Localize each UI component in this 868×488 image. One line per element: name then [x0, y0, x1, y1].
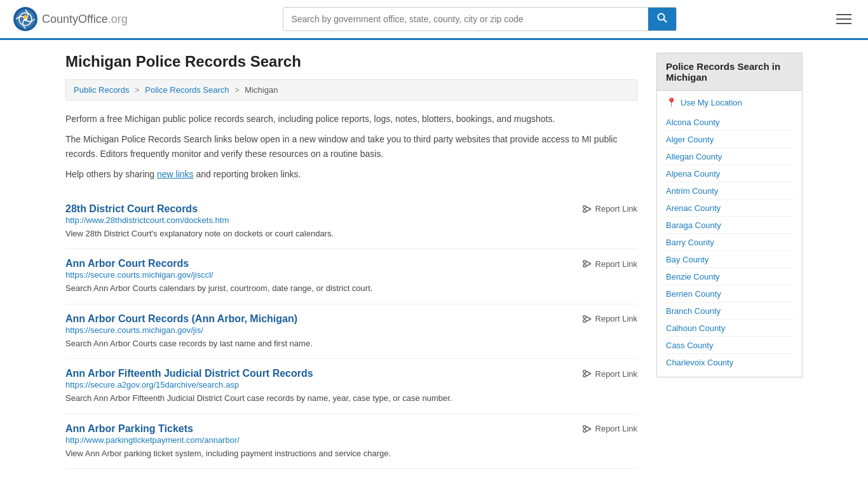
record-title[interactable]: Ann Arbor Fifteenth Judicial District Co… [65, 368, 313, 379]
logo-text: CountyOffice.org [42, 13, 128, 26]
svg-line-13 [586, 264, 591, 266]
svg-line-21 [586, 374, 591, 376]
sidebar-item-county[interactable]: Barry County [666, 238, 714, 247]
record-url[interactable]: https://secure.courts.michigan.gov/jis/ [65, 325, 203, 335]
sidebar-item-county[interactable]: Antrim County [666, 186, 718, 196]
scissors-icon [582, 204, 592, 214]
sidebar-item-county[interactable]: Berrien County [666, 289, 721, 299]
sidebar-item-county[interactable]: Branch County [666, 306, 721, 316]
report-link-button[interactable]: Report Link [582, 259, 637, 269]
svg-point-11 [583, 264, 585, 267]
record-item: Ann Arbor Court Records (Ann Arbor, Mich… [65, 304, 637, 360]
breadcrumb-sep-2: > [234, 85, 240, 95]
sidebar-item-county[interactable]: Baraga County [666, 220, 721, 230]
search-button[interactable] [648, 8, 676, 30]
svg-line-9 [586, 209, 591, 212]
breadcrumb: Public Records > Police Records Search >… [65, 79, 637, 100]
record-description: Search Ann Arbor Courts case records by … [65, 337, 637, 350]
record-url[interactable]: https://secure.courts.michigan.gov/jiscc… [65, 270, 214, 280]
breadcrumb-sep-1: > [135, 85, 140, 95]
record-item: Ann Arbor Court Records Report Link http… [65, 249, 637, 304]
record-title[interactable]: 28th District Court Records [65, 203, 198, 215]
page-title: Michigan Police Records Search [65, 53, 637, 71]
search-box [283, 7, 677, 31]
description-1: Perform a free Michigan public police re… [65, 112, 637, 126]
svg-point-4 [658, 14, 665, 20]
scissors-icon [582, 314, 592, 324]
svg-line-25 [586, 429, 591, 431]
svg-point-22 [583, 425, 585, 428]
scissors-icon [582, 424, 592, 434]
breadcrumb-police-records[interactable]: Police Records Search [145, 85, 229, 95]
report-link-button[interactable]: Report Link [582, 204, 637, 214]
record-item: Ann Arbor Parking Tickets Report Link ht… [65, 414, 637, 470]
svg-point-7 [583, 209, 585, 212]
record-title[interactable]: Ann Arbor Court Records [65, 258, 189, 269]
new-links-link[interactable]: new links [157, 169, 194, 179]
sidebar: Police Records Search in Michigan 📍 Use … [656, 53, 803, 469]
svg-point-19 [583, 374, 585, 377]
search-input[interactable] [283, 8, 648, 30]
svg-point-18 [583, 370, 585, 373]
sidebar-item-county[interactable]: Alger County [666, 135, 714, 144]
hamburger-line-3 [836, 23, 851, 24]
record-item: Ann Arbor Fifteenth Judicial District Co… [65, 359, 637, 414]
sidebar-item-county[interactable]: Cass County [666, 341, 713, 350]
search-icon [657, 13, 667, 23]
record-description: View Ann Arbor parking ticket system, in… [65, 447, 637, 460]
description-3: Help others by sharing new links and rep… [65, 167, 637, 181]
record-description: Search Ann Arbor Fifteenth Judicial Dist… [65, 392, 637, 405]
sidebar-item-county[interactable]: Alpena County [666, 169, 720, 179]
record-url[interactable]: http://www.parkingticketpayment.com/anna… [65, 435, 240, 445]
svg-line-24 [586, 426, 591, 429]
description-2: The Michigan Police Records Search links… [65, 132, 637, 161]
sidebar-item-county[interactable]: Arenac County [666, 203, 721, 213]
sidebar-content: 📍 Use My Location Alcona CountyAlger Cou… [656, 91, 803, 377]
svg-line-17 [586, 319, 591, 322]
sidebar-item-county[interactable]: Alcona County [666, 118, 720, 127]
record-description: Search Ann Arbor Courts calendars by jur… [65, 282, 637, 295]
sidebar-title: Police Records Search in Michigan [656, 53, 803, 91]
search-area [283, 7, 677, 31]
logo[interactable]: CountyOffice.org [13, 6, 128, 32]
report-link-button[interactable]: Report Link [582, 369, 637, 379]
svg-point-23 [583, 429, 585, 431]
breadcrumb-michigan: Michigan [245, 85, 278, 95]
report-link-button[interactable]: Report Link [582, 424, 637, 434]
sidebar-item-county[interactable]: Calhoun County [666, 323, 725, 333]
location-icon: 📍 [666, 97, 677, 107]
content-area: Michigan Police Records Search Public Re… [65, 53, 637, 469]
svg-point-15 [583, 319, 585, 322]
record-item: 28th District Court Records Report Link … [65, 194, 637, 250]
svg-line-5 [664, 20, 667, 23]
record-title[interactable]: Ann Arbor Court Records (Ann Arbor, Mich… [65, 313, 297, 325]
report-link-button[interactable]: Report Link [582, 314, 637, 324]
svg-line-20 [586, 371, 591, 374]
breadcrumb-public-records[interactable]: Public Records [74, 85, 129, 95]
record-url[interactable]: https://secure.a2gov.org/15darchive/sear… [65, 380, 239, 390]
county-list: Alcona CountyAlger CountyAllegan CountyA… [666, 114, 793, 370]
records-list: 28th District Court Records Report Link … [65, 194, 637, 470]
hamburger-line-1 [836, 14, 851, 15]
logo-icon [13, 6, 38, 32]
svg-line-16 [586, 316, 591, 319]
svg-point-10 [583, 261, 585, 263]
sidebar-item-county[interactable]: Benzie County [666, 272, 720, 281]
sidebar-item-county[interactable]: Allegan County [666, 152, 722, 161]
svg-line-12 [586, 261, 591, 264]
use-my-location-button[interactable]: 📍 Use My Location [666, 97, 742, 107]
svg-line-8 [586, 207, 591, 209]
sidebar-item-county[interactable]: Charlevoix County [666, 358, 733, 367]
menu-button[interactable] [832, 10, 855, 28]
hamburger-line-2 [836, 18, 851, 20]
svg-point-14 [583, 315, 585, 318]
record-url[interactable]: http://www.28thdistrictcourt.com/dockets… [65, 215, 229, 225]
record-description: View 28th District Court's explanatory n… [65, 227, 637, 240]
svg-point-6 [583, 205, 585, 208]
record-title[interactable]: Ann Arbor Parking Tickets [65, 423, 193, 435]
scissors-icon [582, 259, 592, 269]
sidebar-item-county[interactable]: Bay County [666, 255, 709, 264]
scissors-icon [582, 369, 592, 379]
